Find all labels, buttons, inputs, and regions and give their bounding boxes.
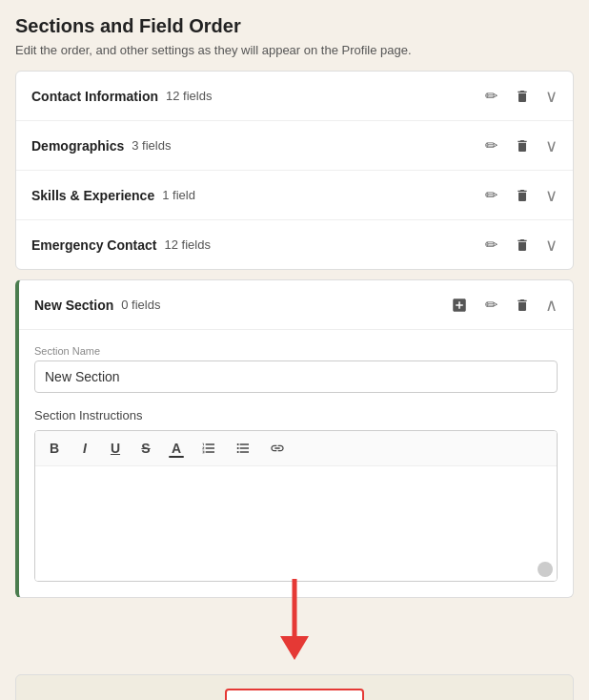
section-actions-demographics: ✏ ∨ [483, 134, 558, 156]
new-section-header: New Section 0 fields ✏ ∧ [19, 280, 573, 330]
section-actions-contact: ✏ ∨ [483, 85, 558, 107]
edit-new-section-button[interactable]: ✏ [483, 294, 499, 316]
add-section-bar: + Add Section [15, 674, 574, 700]
font-button[interactable]: A [167, 439, 186, 458]
table-row: Skills & Experience 1 field ✏ ∨ [16, 171, 573, 220]
edit-emergency-button[interactable]: ✏ [483, 234, 499, 256]
chevron-down-icon[interactable]: ∨ [545, 86, 558, 107]
section-instructions-label: Section Instructions [34, 408, 558, 422]
section-fields-emergency: 12 fields [164, 237, 210, 252]
resize-handle[interactable] [538, 562, 553, 577]
edit-demographics-button[interactable]: ✏ [483, 134, 499, 156]
red-arrow-svg [266, 579, 323, 665]
table-row: Emergency Contact 12 fields ✏ ∨ [16, 220, 573, 269]
chevron-down-icon[interactable]: ∨ [545, 135, 558, 156]
chevron-down-icon[interactable]: ∨ [545, 185, 558, 206]
svg-marker-1 [280, 636, 309, 660]
delete-emergency-button[interactable] [513, 236, 532, 255]
delete-skills-button[interactable] [513, 186, 532, 205]
section-name-demographics: Demographics [31, 138, 124, 154]
ordered-list-button[interactable] [197, 439, 220, 458]
add-field-button[interactable] [449, 295, 470, 316]
section-fields-contact: 12 fields [166, 89, 212, 103]
delete-contact-button[interactable] [513, 87, 532, 106]
table-row: Demographics 3 fields ✏ ∨ [16, 121, 573, 171]
rich-text-editor: B I U S A [34, 430, 558, 582]
section-name-emergency: Emergency Contact [31, 237, 156, 253]
new-section-fields: 0 fields [121, 298, 160, 312]
section-name-contact: Contact Information [31, 89, 158, 104]
new-section-name: New Section [34, 298, 113, 313]
page-title: Sections and Field Order [15, 15, 574, 37]
page-subtitle: Edit the order, and other settings as th… [15, 43, 574, 57]
section-fields-demographics: 3 fields [132, 138, 171, 153]
link-button[interactable] [266, 439, 289, 458]
bold-button[interactable]: B [45, 439, 64, 458]
section-name-label: Section Name [34, 345, 558, 357]
unordered-list-button[interactable] [232, 439, 254, 458]
sections-list: Contact Information 12 fields ✏ ∨ Demogr… [15, 71, 574, 270]
strikethrough-button[interactable]: S [136, 439, 155, 458]
section-name-skills: Skills & Experience [31, 188, 154, 203]
new-section-actions: ✏ ∧ [449, 294, 558, 316]
new-section-body: Section Name Section Instructions B I U … [19, 330, 573, 597]
section-actions-emergency: ✏ ∨ [483, 234, 558, 256]
edit-skills-button[interactable]: ✏ [483, 184, 499, 206]
table-row: Contact Information 12 fields ✏ ∨ [16, 72, 573, 121]
new-section-panel: New Section 0 fields ✏ ∧ Section Name Se… [15, 279, 574, 598]
delete-new-section-button[interactable] [513, 296, 532, 315]
section-name-input[interactable] [34, 360, 558, 393]
chevron-down-icon[interactable]: ∨ [545, 235, 558, 256]
section-actions-skills: ✏ ∨ [483, 184, 558, 206]
editor-content-area[interactable] [35, 466, 557, 581]
section-fields-skills: 1 field [162, 188, 195, 202]
chevron-up-icon[interactable]: ∧ [545, 295, 558, 316]
editor-toolbar: B I U S A [35, 431, 557, 466]
delete-demographics-button[interactable] [513, 136, 532, 155]
italic-button[interactable]: I [75, 439, 94, 458]
arrow-container [15, 607, 574, 674]
add-section-button[interactable]: + Add Section [225, 689, 363, 700]
edit-contact-button[interactable]: ✏ [483, 85, 499, 107]
underline-button[interactable]: U [106, 439, 125, 458]
